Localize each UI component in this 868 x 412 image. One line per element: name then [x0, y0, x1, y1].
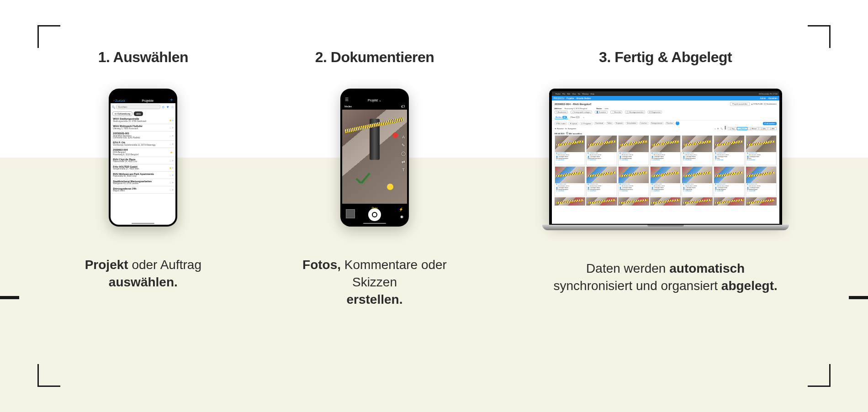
- media-card[interactable]: ▣ 2030602-004🕐 06.10.2021 19:19👤 Christo…: [650, 135, 681, 165]
- media-card[interactable]: ▣ 2030602-004🕐 04.10.2021 10:06👤 Christo…: [682, 166, 713, 196]
- media-action-button[interactable]: Verschieben: [625, 122, 638, 125]
- header-title[interactable]: Projekt ⌄: [368, 99, 381, 102]
- chevron-right-icon[interactable]: ›: [172, 188, 173, 191]
- project-row[interactable]: WHA SiedlungsstraßeSiedlungsstraße 12, 6…: [111, 117, 175, 124]
- search-input[interactable]: [116, 105, 160, 109]
- chevron-right-icon[interactable]: ›: [172, 166, 173, 169]
- star-icon[interactable]: ☆: [169, 188, 172, 192]
- topbar-link[interactable]: Projekte: [566, 97, 574, 100]
- star-icon[interactable]: ★: [169, 119, 172, 122]
- star-icon[interactable]: ☆: [169, 159, 172, 163]
- mac-menu-item[interactable]: Window: [582, 93, 588, 95]
- tab-add[interactable]: +: [582, 116, 585, 119]
- annotation-tool-icon[interactable]: T: [401, 168, 406, 172]
- project-row[interactable]: 20230505-001Alpenblick ResidenzDorfstraß…: [111, 132, 175, 141]
- topbar-link[interactable]: Abmelden: [768, 97, 777, 100]
- media-action-button[interactable]: ☑ Freigeben: [580, 122, 593, 125]
- star-icon[interactable]: ☆: [169, 143, 172, 146]
- mac-menu-item[interactable]: View: [572, 93, 576, 95]
- annotation-red-dot[interactable]: [392, 132, 398, 138]
- star-icon[interactable]: ☆: [169, 126, 172, 130]
- card-download[interactable]: ⬇ Download: [587, 159, 616, 161]
- mac-menu-item[interactable]: Go: [578, 93, 580, 95]
- mac-menu-item[interactable]: Edit: [567, 93, 570, 95]
- project-action-button[interactable]: 📄 Berichte: [610, 111, 623, 114]
- filter-icon[interactable]: ▼: [166, 105, 169, 109]
- view-mode-tag[interactable]: ◻ Tag: [728, 127, 736, 130]
- card-download[interactable]: ⬇ Download: [747, 159, 775, 161]
- media-card[interactable]: ▣ 2030602-004🕐 04.10.2021 10:07👤 Christo…: [650, 166, 681, 196]
- chevron-right-icon[interactable]: ›: [172, 181, 173, 184]
- star-filter-icon[interactable]: ☆: [170, 105, 174, 109]
- chevron-right-icon[interactable]: ›: [172, 159, 173, 162]
- card-download[interactable]: ⬇ Download: [556, 190, 584, 192]
- tag-icon[interactable]: 🏷: [401, 105, 405, 109]
- flash-icon[interactable]: ⚡: [399, 207, 403, 211]
- media-action-button[interactable]: ⟳ Neu laden: [555, 122, 567, 125]
- project-action-button[interactable]: ✎ Bearbeiten: [555, 111, 568, 114]
- topbar-link[interactable]: Admin: [760, 97, 766, 100]
- media-thumbnail[interactable]: [714, 197, 745, 206]
- media-card[interactable]: ▣ 2030602-004🕐 06.10.2021 19:09👤 Christo…: [746, 135, 777, 165]
- help-icon[interactable]: ?: [676, 121, 679, 125]
- camera-viewfinder[interactable]: A✎◯⇄T: [342, 110, 407, 204]
- media-card[interactable]: ▣ 2030602-004🕐 06.10.2021 19:12👤 Christo…: [682, 135, 713, 165]
- star-icon[interactable]: ☆: [169, 174, 172, 177]
- project-row[interactable]: Störungsdienst 24hRegion West☆›: [111, 186, 175, 194]
- star-icon[interactable]: ★: [169, 166, 172, 170]
- live-icon[interactable]: ◉: [400, 215, 403, 219]
- toolbar-icon[interactable]: +: [715, 128, 715, 130]
- star-icon[interactable]: ★: [170, 151, 173, 154]
- annotation-green-check[interactable]: [354, 172, 372, 190]
- annotation-yellow-dot[interactable]: [387, 184, 393, 190]
- mac-menu-item[interactable]: File: [562, 93, 565, 95]
- annotation-tool-icon[interactable]: ◯: [401, 151, 406, 156]
- view-mode-monat[interactable]: ◻ Monat: [748, 127, 758, 130]
- toolbar-icon[interactable]: 🔍: [720, 127, 723, 130]
- toolbar-icon[interactable]: ⬆: [717, 127, 719, 130]
- project-row[interactable]: WHA Wohnpark FlußuferUferweg 3, 7890 Flu…: [111, 124, 175, 132]
- annotation-tool-icon[interactable]: ⇄: [401, 159, 406, 164]
- card-download[interactable]: ⬇ Download: [651, 159, 680, 161]
- tab-plans[interactable]: Pläne 0: [570, 116, 581, 119]
- card-download[interactable]: ⬇ Download: [683, 159, 711, 161]
- project-action-button[interactable]: 👤 Kontakte: [595, 111, 608, 114]
- chevron-right-icon[interactable]: ›: [172, 119, 173, 122]
- card-download[interactable]: ⬇ Download: [619, 190, 648, 192]
- media-action-button[interactable]: Kopieren: [614, 122, 624, 125]
- select-button[interactable]: ☑ Auswählen: [763, 122, 776, 125]
- view-mode-woche[interactable]: ◻ Woche: [737, 127, 748, 130]
- media-card[interactable]: ▣ 2030602-004🕐 06.10.2021 19:19👤 Christo…: [618, 135, 649, 165]
- media-thumbnail[interactable]: [618, 197, 649, 206]
- project-action-button[interactable]: + Unterprojekt anlegen: [571, 111, 592, 114]
- media-thumbnail[interactable]: [586, 197, 617, 206]
- card-download[interactable]: ⬇ Download: [556, 159, 584, 161]
- media-action-button[interactable]: Download: [594, 122, 604, 125]
- project-action-button[interactable]: ⚙ Regiezettel: [648, 111, 662, 114]
- chevron-right-icon[interactable]: ›: [172, 134, 173, 137]
- media-thumbnail[interactable]: [682, 197, 713, 206]
- view-mode-jahr[interactable]: ◻ Jahr: [759, 127, 767, 130]
- card-download[interactable]: ⬇ Download: [587, 190, 616, 192]
- location-icon[interactable]: ⎋: [161, 105, 165, 109]
- shutter-button[interactable]: [368, 208, 381, 221]
- categories-filter[interactable]: Kategorien: [568, 128, 576, 130]
- media-section-label[interactable]: Medien: [344, 105, 352, 108]
- card-download[interactable]: ⬇ Download: [715, 159, 743, 161]
- media-card[interactable]: ▣ 2030602-004🕐 06.10.2021 19:22👤 Christo…: [555, 135, 586, 165]
- chevron-right-icon[interactable]: ›: [172, 143, 173, 146]
- media-card[interactable]: ▣ 2030602-004🕐 04.10.2021 10:05👤 Christo…: [714, 166, 745, 196]
- tab-prep[interactable]: in Vorbereitung: [112, 111, 132, 116]
- tab-media[interactable]: Medien 48: [555, 116, 568, 119]
- media-action-button[interactable]: Teilen: [606, 122, 613, 125]
- mac-menu-item[interactable]: Finder: [556, 93, 561, 95]
- annotation-tool-icon[interactable]: A: [401, 135, 406, 139]
- project-row[interactable]: BVH Wohnen am Park ApartmentsParkstraße …: [111, 172, 175, 179]
- card-download[interactable]: ⬇ Download: [683, 190, 711, 192]
- card-download[interactable]: ⬇ Download: [715, 190, 743, 192]
- view-mode-alle[interactable]: ◻ Alle: [768, 127, 776, 130]
- media-action-button[interactable]: Drucken: [665, 122, 674, 125]
- media-action-button[interactable]: Löschen: [639, 122, 648, 125]
- media-action-button[interactable]: ⬆ Upload: [568, 122, 578, 125]
- chevron-right-icon[interactable]: ›: [172, 174, 173, 177]
